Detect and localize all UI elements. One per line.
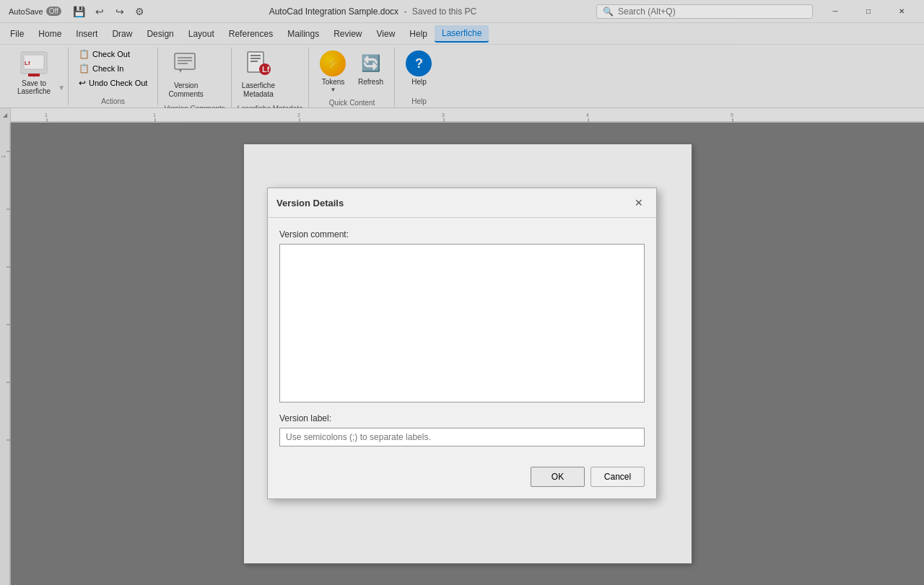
maximize-button[interactable]: □ <box>852 0 885 23</box>
title-bar-left: AutoSave Off 💾 ↩ ↪ ⚙ <box>6 4 149 19</box>
svg-marker-9 <box>179 69 182 73</box>
dialog-titlebar: Version Details ✕ <box>268 188 656 218</box>
refresh-button[interactable]: 🔄 Refresh <box>352 48 388 89</box>
menu-laserfiche[interactable]: Laserfiche <box>435 25 489 43</box>
menu-home[interactable]: Home <box>31 26 69 42</box>
menu-view[interactable]: View <box>370 26 403 42</box>
menu-file[interactable]: File <box>3 26 31 42</box>
actions-group-label: Actions <box>74 94 152 105</box>
undo-check-out-button[interactable]: ↩ Undo Check Out <box>74 76 152 89</box>
undo-checkout-label: Undo Check Out <box>89 79 147 87</box>
menu-draw[interactable]: Draw <box>105 26 139 42</box>
vertical-ruler: 1 <box>0 123 11 585</box>
menu-review[interactable]: Review <box>326 26 369 42</box>
svg-rect-11 <box>250 55 261 56</box>
version-comments-items: VersionComments <box>164 48 207 102</box>
search-input[interactable] <box>618 6 806 17</box>
svg-rect-5 <box>175 53 195 69</box>
token-circle-icon: ⚡ <box>320 50 346 76</box>
save-icon[interactable]: 💾 <box>70 4 89 19</box>
tokens-dropdown-icon[interactable]: ▼ <box>331 87 336 93</box>
menu-mailings[interactable]: Mailings <box>280 26 326 42</box>
ribbon-group-actions: 📋 Check Out 📋 Check In ↩ Undo Check Out … <box>69 48 158 105</box>
quick-content-group-label: Quick Content <box>315 96 388 107</box>
check-in-button[interactable]: 📋 Check In <box>74 62 152 75</box>
search-icon: 🔍 <box>603 6 614 17</box>
check-out-button[interactable]: 📋 Check Out <box>74 48 152 61</box>
refresh-label: Refresh <box>358 78 383 87</box>
version-comment-label: Version comment: <box>279 229 645 239</box>
close-button[interactable]: ✕ <box>885 0 918 23</box>
svg-text:Lf: Lf <box>262 65 270 74</box>
check-out-label: Check Out <box>92 50 130 58</box>
ok-button[interactable]: OK <box>531 467 585 487</box>
menu-design[interactable]: Design <box>139 26 180 42</box>
svg-text:3: 3 <box>442 113 445 118</box>
laserfiche-metadata-label: LaserficheMetadata <box>242 82 275 99</box>
svg-text:5: 5 <box>731 113 733 118</box>
svg-text:1: 1 <box>45 113 48 118</box>
version-comments-icon <box>173 50 199 80</box>
refresh-icon: 🔄 <box>357 50 383 76</box>
search-bar[interactable]: 🔍 <box>596 4 813 19</box>
help-circle-icon: ? <box>406 50 432 76</box>
menu-help[interactable]: Help <box>402 26 435 42</box>
ribbon-group-save: Lf Save toLaserfiche ▼ <box>6 48 69 105</box>
ribbon-group-version-comments: VersionComments Version Comments <box>158 48 231 113</box>
version-comment-textarea[interactable] <box>279 244 645 403</box>
document-title: AutoCad Integration Sample.docx - Saved … <box>149 6 596 17</box>
version-comments-button[interactable]: VersionComments <box>164 48 207 102</box>
ribbon-group-metadata: Lf LaserficheMetadata Laserfiche Metadat… <box>232 48 310 113</box>
ribbon: Lf Save toLaserfiche ▼ 📋 Check Out 📋 Che… <box>0 45 924 108</box>
vertical-ruler-svg: 1 <box>0 123 11 585</box>
dialog-close-button[interactable]: ✕ <box>630 194 648 211</box>
comment-icon <box>173 50 199 76</box>
title-bar: AutoSave Off 💾 ↩ ↪ ⚙ AutoCad Integration… <box>0 0 924 23</box>
undo-icon[interactable]: ↩ <box>90 4 109 19</box>
laserfiche-save-icon: Lf <box>19 50 48 78</box>
check-out-icon: 📋 <box>79 49 90 59</box>
help-items: ? Help <box>401 48 437 94</box>
svg-rect-13 <box>250 61 258 62</box>
redo-icon[interactable]: ↪ <box>110 4 129 19</box>
svg-text:2: 2 <box>297 113 300 118</box>
help-button[interactable]: ? Help <box>401 48 437 89</box>
horizontal-ruler: 1 1 2 3 4 5 <box>11 108 924 123</box>
dialog-footer: OK Cancel <box>268 458 656 498</box>
dialog-body: Version comment: Version label: <box>268 218 656 458</box>
laserfiche-metadata-button[interactable]: Lf LaserficheMetadata <box>237 48 279 102</box>
svg-text:4: 4 <box>586 113 589 118</box>
ruler-corner: ◢ <box>0 108 11 123</box>
menu-insert[interactable]: Insert <box>69 26 105 42</box>
window-controls: ─ □ ✕ <box>819 0 918 23</box>
version-label-input[interactable] <box>279 428 645 447</box>
save-to-laserfiche-button[interactable]: Lf Save toLaserfiche <box>12 48 56 98</box>
svg-text:1: 1 <box>153 113 156 118</box>
refresh-circle-icon: 🔄 <box>357 50 383 76</box>
cancel-button[interactable]: Cancel <box>590 467 645 487</box>
ruler-svg: 1 1 2 3 4 5 <box>11 108 924 123</box>
autosave-label: AutoSave <box>9 7 43 16</box>
save-laserfiche-label: Save toLaserfiche <box>17 79 51 95</box>
version-details-dialog: Version Details ✕ Version comment: Versi… <box>267 188 657 499</box>
ribbon-group-help: ? Help Help <box>395 48 443 105</box>
ruler-area: ◢ 1 1 2 3 4 5 <box>0 108 924 123</box>
menu-references[interactable]: References <box>222 26 280 42</box>
save-dropdown-icon[interactable]: ▼ <box>58 48 65 92</box>
help-label: Help <box>411 78 427 87</box>
svg-text:1: 1 <box>1 155 6 158</box>
minimize-button[interactable]: ─ <box>819 0 852 23</box>
tokens-button[interactable]: ⚡ Tokens ▼ <box>315 48 351 96</box>
help-icon: ? <box>406 50 432 76</box>
tokens-label: Tokens <box>322 78 345 87</box>
autosave-button[interactable]: AutoSave Off <box>6 5 64 17</box>
customize-icon[interactable]: ⚙ <box>131 4 149 19</box>
ribbon-group-quick-content: ⚡ Tokens ▼ 🔄 Refresh Quick Content <box>309 48 395 107</box>
svg-rect-12 <box>250 58 261 59</box>
undo-checkout-icon: ↩ <box>79 78 86 88</box>
actions-buttons: 📋 Check Out 📋 Check In ↩ Undo Check Out <box>74 48 152 94</box>
autosave-toggle[interactable]: Off <box>46 6 61 16</box>
check-in-icon: 📋 <box>79 63 90 74</box>
menu-layout[interactable]: Layout <box>181 26 222 42</box>
dialog-title: Version Details <box>276 198 344 208</box>
